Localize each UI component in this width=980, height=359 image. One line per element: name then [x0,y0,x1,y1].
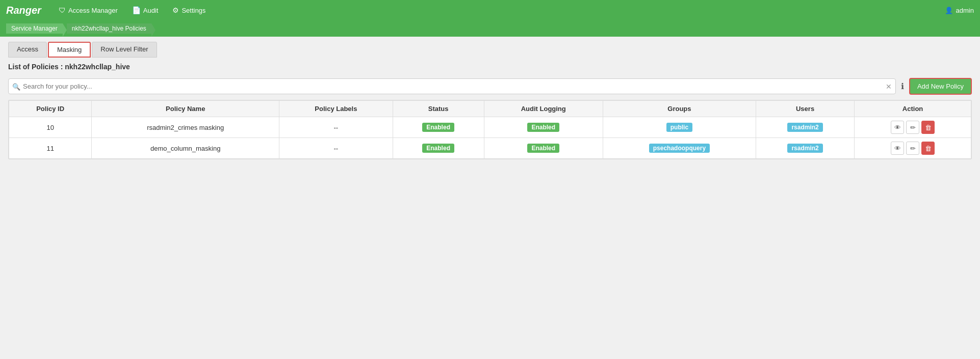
user-menu[interactable]: 👤 admin [945,7,974,14]
nav-audit[interactable]: 📄 Audit [125,0,166,20]
cell-status: Enabled [393,138,484,159]
tab-masking[interactable]: Masking [48,42,91,58]
delete-button[interactable]: 🗑 [921,121,935,134]
view-button[interactable]: 👁 [891,142,904,155]
group-badge: psechadoopquery [649,144,710,153]
breadcrumb-service-manager-label: Service Manager [11,25,58,32]
edit-button[interactable]: ✏ [906,142,919,155]
view-button[interactable]: 👁 [891,121,904,134]
tab-row-level-filter-label: Row Level Filter [100,45,148,53]
cell-groups: psechadoopquery [603,138,756,159]
col-header-audit-logging: Audit Logging [484,101,603,117]
cell-policy-name: rsadmin2_crimes masking [92,117,279,138]
action-icons: 👁 ✏ 🗑 [860,121,966,134]
add-new-policy-button[interactable]: Add New Policy [909,78,972,95]
col-header-policy-id: Policy ID [9,101,92,117]
cell-policy-id: 11 [9,138,92,159]
navbar: Ranger 🛡 Access Manager 📄 Audit ⚙ Settin… [0,0,980,20]
cell-audit-logging: Enabled [484,117,603,138]
col-header-status: Status [393,101,484,117]
breadcrumb-service-manager[interactable]: Service Manager [6,23,63,34]
group-badge: public [666,123,692,132]
tab-masking-label: Masking [57,46,82,53]
status-badge: Enabled [422,144,454,153]
nav-access-manager-label: Access Manager [68,7,118,14]
breadcrumb: Service Manager nkh22whcllap_hive Polici… [0,20,980,37]
table-header-row: Policy ID Policy Name Policy Labels Stat… [9,101,971,117]
cell-policy-name: demo_column_masking [92,138,279,159]
cell-action: 👁 ✏ 🗑 [855,117,971,138]
table-row: 11 demo_column_masking -- Enabled Enable… [9,138,971,159]
col-header-policy-labels: Policy Labels [279,101,393,117]
edit-button[interactable]: ✏ [906,121,919,134]
cell-users: rsadmin2 [756,117,854,138]
breadcrumb-policies[interactable]: nkh22whcllap_hive Policies [67,23,151,34]
search-container: 🔍 ✕ [8,78,896,94]
audit-badge: Enabled [527,144,559,153]
main-content: Access Masking Row Level Filter List of … [0,37,980,164]
status-badge: Enabled [422,123,454,132]
info-icon[interactable]: ℹ [901,81,904,91]
audit-badge: Enabled [527,123,559,132]
username-label: admin [956,7,974,14]
col-header-users: Users [756,101,854,117]
tab-row-level-filter[interactable]: Row Level Filter [92,42,157,58]
cell-users: rsadmin2 [756,138,854,159]
nav-settings-label: Settings [182,7,205,14]
nav-access-manager[interactable]: 🛡 Access Manager [51,0,125,20]
search-icon: 🔍 [12,82,20,90]
search-input[interactable] [8,78,896,94]
cell-status: Enabled [393,117,484,138]
nav-audit-label: Audit [143,7,159,14]
user-icon: 👤 [945,7,953,14]
search-row: 🔍 ✕ ℹ Add New Policy [8,78,972,95]
col-header-action: Action [855,101,971,117]
brand-logo: Ranger [6,5,41,16]
policy-table: Policy ID Policy Name Policy Labels Stat… [9,100,971,159]
page-title: List of Policies : nkh22whcllap_hive [8,63,972,71]
col-header-policy-name: Policy Name [92,101,279,117]
col-header-groups: Groups [603,101,756,117]
tab-access[interactable]: Access [8,42,47,58]
cell-groups: public [603,117,756,138]
action-icons: 👁 ✏ 🗑 [860,142,966,155]
tab-access-label: Access [17,45,38,53]
cell-policy-labels: -- [279,117,393,138]
nav-settings[interactable]: ⚙ Settings [165,0,213,20]
gear-icon: ⚙ [172,6,179,14]
table-row: 10 rsadmin2_crimes masking -- Enabled En… [9,117,971,138]
user-badge: rsadmin2 [787,123,822,132]
policy-table-wrapper: Policy ID Policy Name Policy Labels Stat… [8,100,972,159]
shield-icon: 🛡 [59,6,66,14]
audit-icon: 📄 [132,6,141,14]
cell-policy-id: 10 [9,117,92,138]
cell-policy-labels: -- [279,138,393,159]
tab-bar: Access Masking Row Level Filter [8,42,972,58]
breadcrumb-policies-label: nkh22whcllap_hive Policies [72,25,146,32]
cell-audit-logging: Enabled [484,138,603,159]
cell-action: 👁 ✏ 🗑 [855,138,971,159]
delete-button[interactable]: 🗑 [921,142,935,155]
search-clear-icon[interactable]: ✕ [886,82,892,91]
user-badge: rsadmin2 [787,144,822,153]
